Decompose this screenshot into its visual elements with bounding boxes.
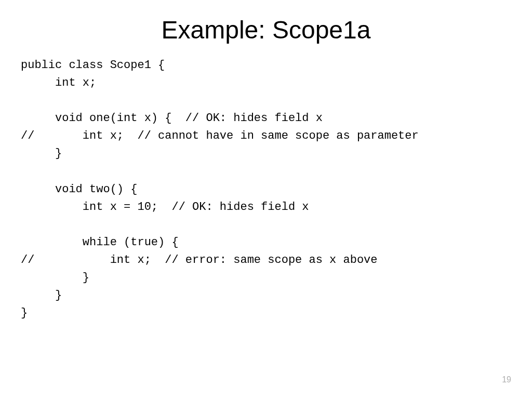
code-line: } (21, 271, 89, 284)
code-line: } (21, 289, 62, 302)
code-line: void one(int x) { // OK: hides field x (21, 112, 323, 125)
code-line: int x; (21, 76, 96, 89)
code-line: // int x; // error: same scope as x abov… (21, 254, 378, 267)
code-line: int x = 10; // OK: hides field x (21, 201, 309, 214)
slide-title: Example: Scope1a (21, 16, 511, 44)
code-line: // int x; // cannot have in same scope a… (21, 129, 419, 142)
code-line: public class Scope1 { (21, 59, 165, 72)
code-line: } (21, 147, 62, 160)
code-line: } (21, 307, 28, 320)
code-block: public class Scope1 { int x; void one(in… (21, 57, 511, 322)
page-number: 19 (502, 375, 511, 384)
code-line: while (true) { (21, 236, 179, 249)
slide-container: Example: Scope1a public class Scope1 { i… (0, 0, 532, 399)
code-line: void two() { (21, 183, 137, 196)
